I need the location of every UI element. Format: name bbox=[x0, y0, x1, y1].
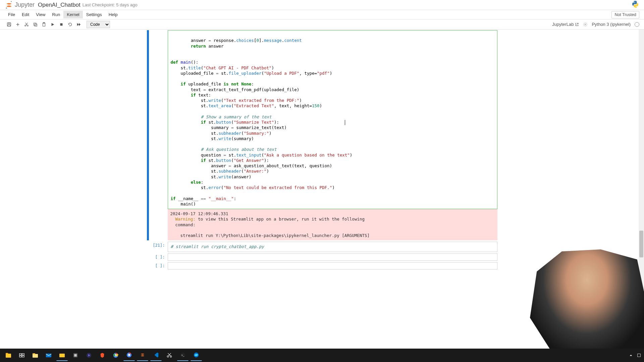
cell-prompt: [21]: bbox=[149, 242, 168, 252]
copy-icon bbox=[33, 22, 38, 27]
svg-rect-11 bbox=[34, 23, 36, 25]
svg-rect-4 bbox=[8, 24, 10, 26]
stop-icon bbox=[59, 22, 64, 27]
checkpoint-text: Last Checkpoint: 5 days ago bbox=[83, 2, 138, 7]
jupyter-icon bbox=[5, 1, 13, 9]
jupyter-logo[interactable]: Jupyter bbox=[5, 1, 35, 9]
restart-run-all-button[interactable] bbox=[74, 20, 83, 28]
paste-button[interactable] bbox=[40, 20, 48, 28]
output-warning-text: to view this Streamlit app on a browser,… bbox=[170, 217, 365, 227]
svg-rect-3 bbox=[8, 22, 10, 24]
cell-prompt bbox=[149, 30, 168, 240]
code-editor[interactable] bbox=[168, 253, 497, 261]
restart-icon bbox=[68, 22, 72, 27]
fast-forward-icon bbox=[76, 22, 81, 27]
header-bar: Jupyter OpenAI_Chatbot Last Checkpoint: … bbox=[0, 0, 644, 10]
python-icon bbox=[631, 0, 639, 8]
cell-prompt: [ ]: bbox=[149, 253, 168, 261]
menu-run[interactable]: Run bbox=[49, 11, 63, 18]
code-cell-21[interactable]: [21]: # streamlit run crypto_chatbot_app… bbox=[147, 242, 497, 252]
menu-bar: File Edit View Run Kernel Settings Help … bbox=[0, 10, 644, 19]
menu-view[interactable]: View bbox=[33, 11, 49, 18]
not-trusted-badge[interactable]: Not Trusted bbox=[611, 11, 639, 18]
code-editor[interactable] bbox=[168, 262, 497, 269]
output-timestamp: 2024-09-17 12:09:46.331 bbox=[170, 211, 228, 216]
stop-button[interactable] bbox=[57, 20, 66, 28]
svg-line-10 bbox=[25, 22, 28, 25]
svg-marker-18 bbox=[79, 23, 80, 26]
svg-line-9 bbox=[26, 22, 28, 25]
code-cell-main[interactable]: answer = response.choices[0].message.con… bbox=[147, 30, 497, 240]
vertical-scrollbar[interactable] bbox=[639, 29, 644, 349]
notebook-name[interactable]: OpenAI_Chatbot bbox=[38, 2, 80, 8]
svg-point-1 bbox=[6, 7, 7, 9]
kernel-status-icon[interactable] bbox=[635, 22, 639, 27]
cell-output-stderr: 2024-09-17 12:09:46.331 Warning: to view… bbox=[168, 209, 497, 240]
toolbar: Code JupyterLab Python 3 (ipykernel) bbox=[0, 19, 644, 29]
menu-kernel[interactable]: Kernel bbox=[63, 11, 83, 18]
save-icon bbox=[7, 22, 11, 27]
menu-edit[interactable]: Edit bbox=[18, 11, 33, 18]
svg-rect-12 bbox=[35, 24, 37, 26]
restart-button[interactable] bbox=[66, 20, 74, 28]
jupyterlab-label: JupyterLab bbox=[552, 22, 574, 27]
jupyter-logo-text: Jupyter bbox=[15, 1, 35, 8]
menu-file[interactable]: File bbox=[5, 11, 18, 18]
svg-point-19 bbox=[585, 24, 586, 25]
svg-point-7 bbox=[25, 25, 26, 26]
code-cell-empty[interactable]: [ ]: bbox=[147, 262, 497, 269]
code-cell-empty[interactable]: [ ]: bbox=[147, 253, 497, 261]
jupyterlab-link[interactable]: JupyterLab bbox=[552, 22, 579, 27]
output-warning-label: Warning: bbox=[175, 217, 196, 222]
kernel-name[interactable]: Python 3 (ipykernel) bbox=[592, 22, 631, 27]
menu-help[interactable]: Help bbox=[105, 11, 121, 18]
cut-button[interactable] bbox=[22, 20, 31, 28]
svg-marker-17 bbox=[77, 23, 79, 26]
code-editor[interactable]: answer = response.choices[0].message.con… bbox=[168, 30, 497, 209]
svg-marker-15 bbox=[52, 23, 54, 26]
add-cell-button[interactable] bbox=[13, 20, 22, 28]
save-button[interactable] bbox=[5, 20, 13, 28]
notebook-area: answer = response.choices[0].message.con… bbox=[147, 30, 497, 269]
notebook-scroll-area[interactable]: answer = response.choices[0].message.con… bbox=[0, 29, 644, 349]
cell-type-select[interactable]: Code bbox=[87, 21, 110, 28]
paste-icon bbox=[42, 22, 46, 27]
gear-icon[interactable] bbox=[583, 22, 588, 27]
code-editor[interactable]: # streamlit run crypto_chatbot_app.py bbox=[168, 242, 497, 252]
run-button[interactable] bbox=[48, 20, 57, 28]
svg-point-8 bbox=[27, 25, 29, 26]
cut-icon bbox=[24, 22, 29, 27]
play-icon bbox=[50, 22, 55, 27]
svg-point-0 bbox=[11, 1, 12, 2]
scrollbar-thumb[interactable] bbox=[639, 231, 643, 257]
plus-icon bbox=[15, 22, 20, 27]
copy-button[interactable] bbox=[31, 20, 40, 28]
text-cursor bbox=[345, 120, 345, 125]
cell-prompt: [ ]: bbox=[149, 262, 168, 269]
menu-settings[interactable]: Settings bbox=[83, 11, 105, 18]
output-command: streamlit run Y:\Python\Lib\site-package… bbox=[170, 233, 370, 238]
svg-rect-13 bbox=[43, 23, 45, 26]
svg-rect-16 bbox=[60, 23, 63, 25]
external-link-icon bbox=[575, 22, 579, 26]
